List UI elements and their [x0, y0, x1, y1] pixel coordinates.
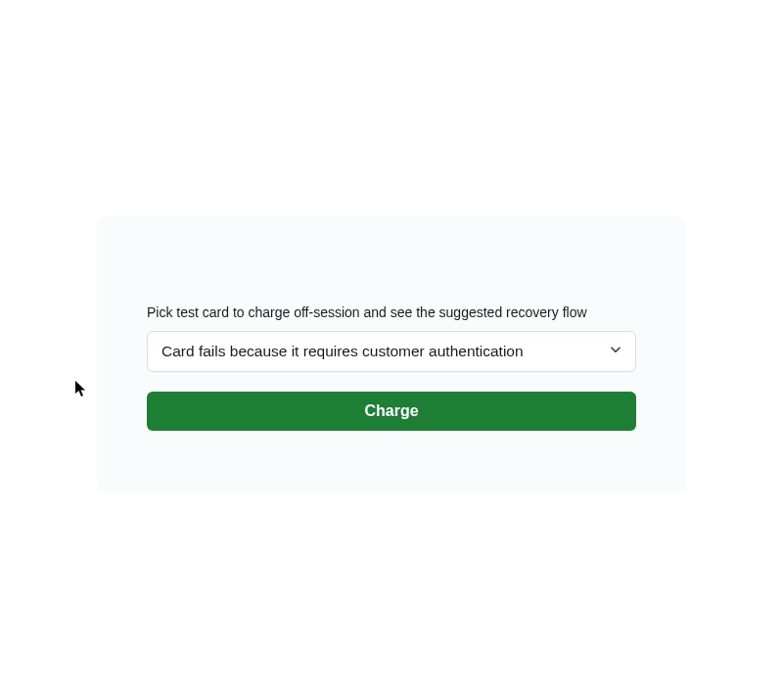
- charge-button[interactable]: Charge: [147, 392, 636, 431]
- card-select[interactable]: Card fails because it requires customer …: [147, 331, 636, 372]
- cursor-icon: [75, 381, 87, 402]
- select-label: Pick test card to charge off-session and…: [147, 303, 636, 321]
- charge-button-label: Charge: [364, 402, 418, 420]
- form-card: Pick test card to charge off-session and…: [98, 217, 685, 491]
- card-select-wrapper: Card fails because it requires customer …: [147, 331, 636, 372]
- card-select-value: Card fails because it requires customer …: [161, 343, 524, 360]
